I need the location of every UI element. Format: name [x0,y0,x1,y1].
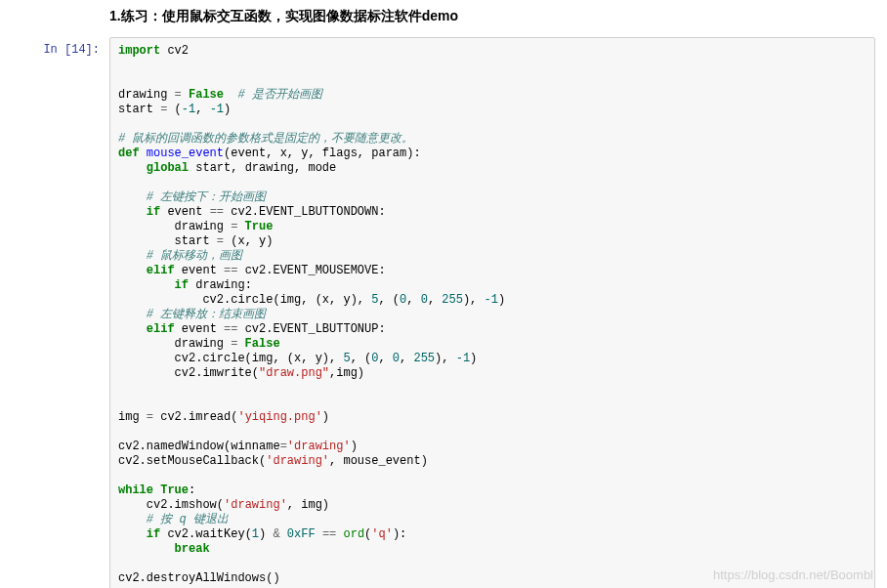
code-input[interactable]: import cv2 drawing = False # 是否开始画图 star… [109,37,875,588]
code-token: : [189,483,195,497]
code-token [118,352,175,365]
code-token [118,308,147,321]
code-token: cv2.circle(img, (x, y), [202,293,371,307]
code-token: # 左键释放：结束画图 [147,308,266,321]
code-token [118,278,175,292]
input-prompt: In [14]: [0,37,109,57]
code-token: img [118,410,147,424]
code-token: # 鼠标的回调函数的参数格式是固定的，不要随意更改。 [118,132,413,146]
code-token: ) [498,293,505,307]
code-token: ), [435,352,456,365]
code-token: 'drawing' [287,440,351,453]
code-token: , [406,293,420,307]
code-token: , img) [287,498,329,512]
code-token: ): [393,527,406,541]
code-token: ), [463,293,485,307]
code-token [280,527,287,541]
code-token: def [118,147,140,160]
code-token: 'yiqing.png' [237,410,321,424]
code-token: cv2.imshow( [147,498,224,512]
code-cell: In [14]: import cv2 drawing = False # 是否… [0,37,887,588]
code-token: cv2.namedWindow(winname [118,440,280,453]
code-token [118,249,147,263]
code-token: mouse_event [140,147,224,160]
code-token [118,366,175,380]
code-token: cv2 [160,44,189,58]
code-token: ord [343,527,364,541]
code-token: -1 [485,293,498,307]
code-token: -1 [456,352,470,365]
code-token [118,293,202,307]
code-token: -1 [210,103,224,116]
code-token: (x, y) [224,234,273,248]
code-token: cv2.setMouseCallback( [118,454,266,468]
code-token: cv2.imread( [153,410,237,424]
code-token: , mouse_event) [329,454,428,468]
code-token: break [175,542,210,556]
code-token: cv2.imwrite( [175,366,259,380]
code-token [118,322,147,336]
code-token: , [400,352,413,365]
code-token: "draw.png" [259,366,329,380]
code-token [316,527,322,541]
code-token [118,161,147,175]
code-token [118,542,175,556]
code-token [118,190,147,204]
code-token: cv2.EVENT_MOUSEMOVE: [237,264,385,277]
code-token: = [175,88,182,102]
code-token: ) [224,103,231,116]
code-token: if [147,205,160,219]
code-token: global [147,161,189,175]
code-token: , ( [351,352,372,365]
code-token: ,img) [329,366,364,380]
code-token: while [118,483,153,497]
code-token: 1 [252,527,259,541]
code-token: 'drawing' [224,498,287,512]
code-token: # 是否开始画图 [224,88,322,102]
code-token: , [195,103,209,116]
code-token: (event, x, y, flags, param): [224,147,421,160]
code-token: = [147,410,153,424]
code-token: -1 [182,103,195,116]
code-token: drawing [118,88,175,102]
code-token: 255 [442,293,463,307]
code-token: start [175,234,217,248]
code-token: drawing [175,220,232,233]
code-token: cv2.waitKey( [160,527,252,541]
code-token: 'drawing' [266,454,329,468]
code-token: True [153,483,189,497]
code-token: True [237,220,273,233]
code-token: # 鼠标移动，画图 [147,249,242,263]
code-token: # 按 q 键退出 [147,513,229,526]
code-token: , [378,352,392,365]
code-token: = [217,234,224,248]
section-heading: 1.练习：使用鼠标交互函数，实现图像数据标注软件demo [0,0,887,37]
code-token: 'q' [371,527,393,541]
code-token: 0 [393,352,400,365]
code-token: ) [322,410,329,424]
code-token: event [175,264,224,277]
code-token: drawing [175,337,232,351]
code-token: start [118,103,160,116]
code-token: # 左键按下：开始画图 [147,190,266,204]
code-token: == [224,322,237,336]
code-token: drawing: [189,278,252,292]
code-token: 0xFF [287,527,316,541]
code-token: if [147,527,160,541]
code-token: == [224,264,237,277]
code-token: False [237,337,279,351]
code-token: event [160,205,209,219]
code-token: , ( [378,293,400,307]
code-token: cv2.circle(img, (x, y), [175,352,344,365]
code-token: ) [259,527,273,541]
code-token: 0 [421,293,428,307]
code-token: ) [351,440,358,453]
code-token [118,527,147,541]
code-token: if [175,278,189,292]
code-token: cv2.EVENT_LBUTTONDOWN: [224,205,386,219]
code-token: ( [167,103,181,116]
code-token: 255 [413,352,435,365]
code-token [118,498,147,512]
code-token: == [210,205,224,219]
code-token: = [280,440,287,453]
